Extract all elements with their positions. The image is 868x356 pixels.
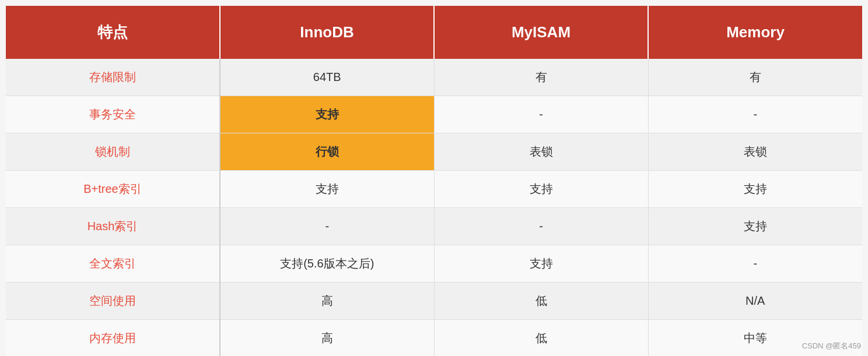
cell-memory: -: [648, 245, 862, 283]
cell-innodb: 高: [220, 320, 434, 357]
cell-memory: 支持: [648, 171, 862, 208]
table-row: 事务安全支持--: [6, 96, 862, 133]
header-myisam: MyISAM: [434, 6, 648, 59]
cell-feature: 存储限制: [6, 59, 220, 96]
header-feature: 特点: [6, 6, 220, 59]
cell-innodb: 支持(5.6版本之后): [220, 245, 434, 283]
cell-feature: 内存使用: [6, 320, 220, 357]
cell-memory: 表锁: [648, 133, 862, 171]
cell-myisam: -: [434, 208, 648, 245]
cell-memory: -: [648, 96, 862, 133]
cell-feature: Hash索引: [6, 208, 220, 245]
engine-comparison-table: 特点 InnoDB MyISAM Memory 存储限制64TB有有事务安全支持…: [6, 6, 862, 356]
cell-myisam: 有: [434, 59, 648, 96]
cell-memory: 有: [648, 59, 862, 96]
header-memory: Memory: [648, 6, 862, 59]
table-row: 全文索引支持(5.6版本之后)支持-: [6, 245, 862, 283]
table-row: 空间使用高低N/A: [6, 283, 862, 320]
cell-innodb: 支持: [220, 96, 434, 133]
cell-feature: 事务安全: [6, 96, 220, 133]
cell-myisam: -: [434, 96, 648, 133]
table-row: B+tree索引支持支持支持: [6, 171, 862, 208]
cell-myisam: 支持: [434, 171, 648, 208]
table-row: 内存使用高低中等: [6, 320, 862, 357]
cell-innodb: -: [220, 208, 434, 245]
table-row: Hash索引--支持: [6, 208, 862, 245]
header-innodb: InnoDB: [220, 6, 434, 59]
cell-innodb: 支持: [220, 171, 434, 208]
cell-memory: N/A: [648, 283, 862, 320]
table-header-row: 特点 InnoDB MyISAM Memory: [6, 6, 862, 59]
cell-myisam: 支持: [434, 245, 648, 283]
table-row: 锁机制行锁表锁表锁: [6, 133, 862, 171]
cell-innodb: 高: [220, 283, 434, 320]
cell-feature: 锁机制: [6, 133, 220, 171]
cell-myisam: 低: [434, 283, 648, 320]
cell-myisam: 表锁: [434, 133, 648, 171]
cell-innodb: 行锁: [220, 133, 434, 171]
cell-feature: 空间使用: [6, 283, 220, 320]
cell-innodb: 64TB: [220, 59, 434, 96]
cell-feature: B+tree索引: [6, 171, 220, 208]
cell-memory: 支持: [648, 208, 862, 245]
watermark: CSDN @匿名459: [802, 341, 861, 351]
cell-feature: 全文索引: [6, 245, 220, 283]
comparison-table-wrapper: 特点 InnoDB MyISAM Memory 存储限制64TB有有事务安全支持…: [6, 6, 862, 356]
cell-myisam: 低: [434, 320, 648, 357]
table-row: 存储限制64TB有有: [6, 59, 862, 96]
